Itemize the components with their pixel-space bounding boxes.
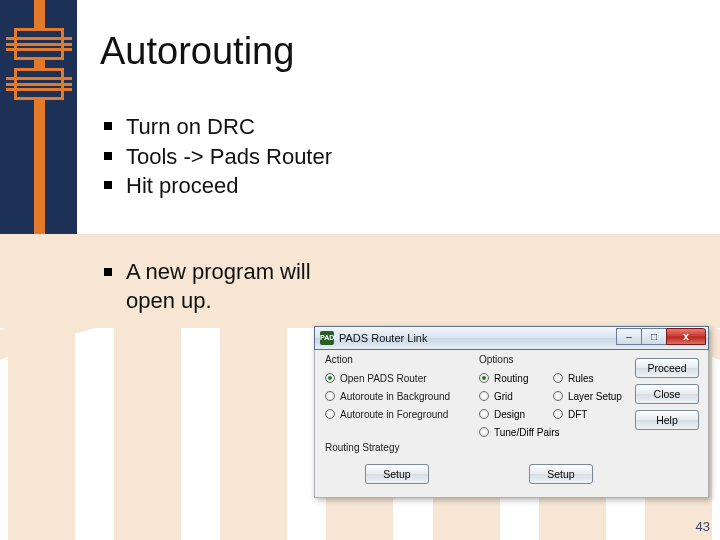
- bullet-marker: [104, 122, 112, 130]
- page-number: 43: [696, 519, 710, 534]
- group-options: Options Routing Rules Grid Layer Setup D…: [479, 354, 627, 441]
- pads-router-link-dialog: PADS PADS Router Link – □ x Action Open …: [314, 326, 709, 498]
- radio-icon: [479, 409, 489, 419]
- dialog-title: PADS Router Link: [339, 332, 427, 344]
- radio-grid[interactable]: Grid: [479, 391, 553, 402]
- bullet-item: Hit proceed: [104, 171, 332, 201]
- radio-label: DFT: [568, 409, 587, 420]
- slide-title: Autorouting: [100, 30, 294, 73]
- radio-tune-diff-pairs[interactable]: Tune/Diff Pairs: [479, 427, 619, 438]
- maximize-button[interactable]: □: [641, 328, 667, 345]
- bullet-list-2: A new program will open up.: [104, 258, 324, 315]
- radio-label: Design: [494, 409, 525, 420]
- dialog-titlebar[interactable]: PADS PADS Router Link – □ x: [314, 326, 709, 350]
- bullet-text: Hit proceed: [126, 171, 239, 201]
- bullet-text: Turn on DRC: [126, 112, 255, 142]
- radio-layer-setup[interactable]: Layer Setup: [553, 391, 627, 402]
- slide: Autorouting Turn on DRC Tools -> Pads Ro…: [0, 0, 720, 540]
- proceed-button[interactable]: Proceed: [635, 358, 699, 378]
- bullet-marker: [104, 152, 112, 160]
- chip-decor-2: [14, 68, 64, 100]
- radio-routing[interactable]: Routing: [479, 373, 553, 384]
- setup-options-button[interactable]: Setup: [529, 464, 593, 484]
- bullet-text: A new program will open up.: [126, 258, 324, 315]
- radio-label: Rules: [568, 373, 594, 384]
- help-button[interactable]: Help: [635, 410, 699, 430]
- radio-label: Layer Setup: [568, 391, 622, 402]
- radio-icon: [553, 391, 563, 401]
- bullet-text: Tools -> Pads Router: [126, 142, 332, 172]
- close-icon: x: [683, 331, 689, 342]
- radio-rules[interactable]: Rules: [553, 373, 627, 384]
- radio-icon: [325, 373, 335, 383]
- group-options-label: Options: [479, 354, 627, 365]
- bullet-list-1: Turn on DRC Tools -> Pads Router Hit pro…: [104, 112, 332, 201]
- group-routing-strategy: Routing Strategy: [325, 442, 467, 457]
- chip-decor-1: [14, 28, 64, 60]
- radio-icon: [553, 373, 563, 383]
- radio-icon: [325, 409, 335, 419]
- bullet-item: Tools -> Pads Router: [104, 142, 332, 172]
- setup-strategy-button[interactable]: Setup: [365, 464, 429, 484]
- minimize-button[interactable]: –: [616, 328, 642, 345]
- radio-label: Open PADS Router: [340, 373, 427, 384]
- radio-dft[interactable]: DFT: [553, 409, 627, 420]
- maximize-icon: □: [651, 331, 657, 342]
- group-action-label: Action: [325, 354, 467, 365]
- close-dialog-button[interactable]: Close: [635, 384, 699, 404]
- bullet-item: A new program will open up.: [104, 258, 324, 315]
- radio-icon: [325, 391, 335, 401]
- radio-label: Autoroute in Foreground: [340, 409, 448, 420]
- radio-label: Routing: [494, 373, 528, 384]
- minimize-icon: –: [626, 331, 632, 342]
- close-button[interactable]: x: [666, 328, 706, 345]
- radio-label: Tune/Diff Pairs: [494, 427, 560, 438]
- radio-icon: [479, 427, 489, 437]
- radio-autoroute-background[interactable]: Autoroute in Background: [325, 387, 467, 405]
- bullet-item: Turn on DRC: [104, 112, 332, 142]
- radio-autoroute-foreground[interactable]: Autoroute in Foreground: [325, 405, 467, 423]
- radio-label: Autoroute in Background: [340, 391, 450, 402]
- window-controls: – □ x: [617, 328, 706, 345]
- bullet-marker: [104, 268, 112, 276]
- radio-icon: [553, 409, 563, 419]
- radio-open-pads-router[interactable]: Open PADS Router: [325, 369, 467, 387]
- group-strategy-label: Routing Strategy: [325, 442, 467, 453]
- radio-label: Grid: [494, 391, 513, 402]
- radio-design[interactable]: Design: [479, 409, 553, 420]
- bullet-marker: [104, 181, 112, 189]
- dialog-buttons: Proceed Close Help: [635, 358, 699, 430]
- dialog-body: Action Open PADS Router Autoroute in Bac…: [314, 350, 709, 498]
- pads-app-icon: PADS: [320, 331, 334, 345]
- radio-icon: [479, 391, 489, 401]
- group-action: Action Open PADS Router Autoroute in Bac…: [325, 354, 467, 423]
- radio-icon: [479, 373, 489, 383]
